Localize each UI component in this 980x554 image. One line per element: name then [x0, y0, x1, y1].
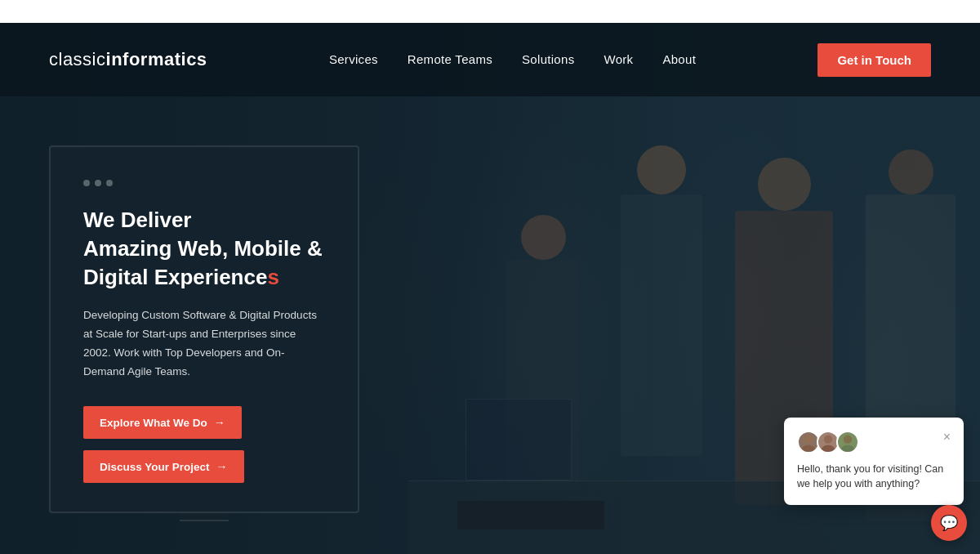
dot-1	[83, 180, 90, 186]
svg-point-4	[844, 435, 852, 443]
hero-title: We Deliver Amazing Web, Mobile & Digital…	[83, 206, 325, 292]
monitor-frame: We Deliver Amazing Web, Mobile & Digital…	[49, 145, 359, 513]
nav-links: Services Remote Teams Solutions Work Abo…	[329, 52, 696, 67]
get-in-touch-button[interactable]: Get in Touch	[817, 43, 931, 77]
hero-buttons: Explore What We Do → Discuss Your Projec…	[83, 406, 325, 483]
nav-link-solutions[interactable]: Solutions	[522, 52, 574, 66]
dot-3	[106, 180, 113, 186]
hero-title-line3-prefix: Digital Experience	[83, 265, 267, 289]
hero-title-line2: Amazing Web, Mobile &	[83, 236, 323, 261]
nav-item-about[interactable]: About	[662, 52, 696, 67]
dot-2	[95, 180, 101, 186]
keyboard	[457, 501, 604, 529]
explore-button-label: Explore What We Do	[100, 417, 207, 429]
svg-point-3	[821, 445, 835, 453]
nav-item-services[interactable]: Services	[329, 52, 378, 67]
chat-bubble-button[interactable]: 💬	[931, 505, 967, 541]
hero-title-highlight: s	[267, 265, 278, 289]
chat-close-button[interactable]: ×	[943, 431, 951, 444]
top-bar	[0, 0, 980, 23]
bg-person-2	[621, 145, 702, 456]
monitor-hint	[466, 399, 572, 480]
nav-item-work[interactable]: Work	[604, 52, 633, 67]
main-container: classicinformatics Services Remote Teams…	[0, 23, 980, 554]
nav-item-remote-teams[interactable]: Remote Teams	[408, 52, 492, 67]
svg-point-2	[824, 435, 832, 443]
nav-item-solutions[interactable]: Solutions	[522, 52, 574, 67]
hero-section: We Deliver Amazing Web, Mobile & Digital…	[0, 96, 408, 513]
svg-point-0	[804, 435, 813, 443]
svg-point-5	[840, 445, 854, 453]
chat-popup: × Hello, thank you for visiting! Can we …	[784, 418, 964, 506]
chat-popup-header: ×	[797, 431, 951, 453]
monitor-dots	[83, 180, 325, 186]
nav-link-services[interactable]: Services	[329, 52, 378, 66]
svg-point-1	[801, 445, 815, 453]
hero-description: Developing Custom Software & Digital Pro…	[83, 306, 325, 382]
hero-title-line1: We Deliver	[83, 208, 191, 232]
logo-suffix: informatics	[106, 49, 207, 69]
chat-avatar-3	[836, 431, 859, 453]
discuss-button[interactable]: Discuss Your Project →	[83, 450, 244, 483]
nav-link-work[interactable]: Work	[604, 52, 633, 66]
nav-link-about[interactable]: About	[662, 52, 696, 66]
chat-bubble-icon: 💬	[940, 514, 958, 532]
logo[interactable]: classicinformatics	[49, 49, 207, 70]
explore-arrow-icon: →	[214, 416, 225, 429]
discuss-button-label: Discuss Your Project	[100, 461, 210, 473]
navbar: classicinformatics Services Remote Teams…	[0, 23, 980, 96]
chat-avatars	[797, 431, 859, 453]
nav-link-remote-teams[interactable]: Remote Teams	[408, 52, 492, 66]
explore-button[interactable]: Explore What We Do →	[83, 406, 242, 439]
logo-prefix: classic	[49, 49, 106, 69]
chat-message: Hello, thank you for visiting! Can we he…	[797, 462, 951, 493]
discuss-arrow-icon: →	[216, 460, 228, 473]
logo-text: classicinformatics	[49, 49, 207, 70]
